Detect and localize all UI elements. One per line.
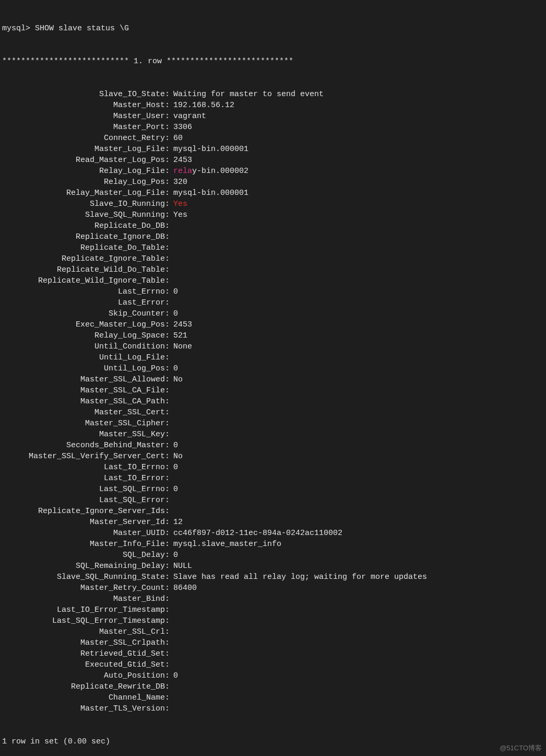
status-row: Master_SSL_CA_File: [2, 385, 544, 396]
field-separator: : [165, 440, 173, 451]
field-value: 60 [173, 133, 183, 144]
field-label: Last_IO_Error_Timestamp [2, 604, 165, 615]
field-label: Replicate_Do_DB [2, 220, 165, 231]
field-value: 2453 [173, 155, 192, 166]
field-separator: : [165, 231, 173, 242]
field-label: Channel_Name [2, 692, 165, 703]
field-label: Master_UUID [2, 528, 165, 539]
field-separator: : [165, 275, 173, 286]
field-label: Master_Host [2, 100, 165, 111]
field-separator: : [165, 659, 173, 670]
field-label: Replicate_Ignore_Server_Ids [2, 506, 165, 517]
field-value: Yes [173, 199, 187, 210]
status-row: Master_SSL_Allowed: No [2, 374, 544, 385]
row-header: *************************** 1. row *****… [2, 56, 544, 67]
field-separator: : [165, 111, 173, 122]
status-row: Replicate_Ignore_Table: [2, 253, 544, 264]
field-value: 3306 [173, 122, 192, 133]
field-separator: : [165, 264, 173, 275]
field-label: Last_IO_Error [2, 473, 165, 484]
field-value: No [173, 451, 183, 462]
status-row: Master_SSL_Crl: [2, 626, 544, 637]
field-separator: : [165, 122, 173, 133]
field-label: Master_SSL_Verify_Server_Cert [2, 451, 165, 462]
status-row: Last_SQL_Errno: 0 [2, 484, 544, 495]
result-footer: 1 row in set (0.00 sec) [2, 736, 544, 747]
field-label: Slave_SQL_Running [2, 210, 165, 220]
field-label: Connect_Retry [2, 133, 165, 144]
field-value: 320 [173, 177, 187, 188]
status-row: Relay_Master_Log_File: mysql-bin.000001 [2, 188, 544, 199]
status-row: Master_Host: 192.168.56.12 [2, 100, 544, 111]
field-value: 192.168.56.12 [173, 100, 234, 111]
field-label: Master_SSL_Crlpath [2, 637, 165, 648]
status-row: Read_Master_Log_Pos: 2453 [2, 155, 544, 166]
field-value: 0 [173, 670, 178, 681]
field-separator: : [165, 451, 173, 462]
field-value: None [173, 341, 192, 352]
field-separator: : [165, 506, 173, 517]
field-value: mysql.slave_master_info [173, 539, 281, 550]
field-separator: : [165, 396, 173, 407]
status-row: Retrieved_Gtid_Set: [2, 648, 544, 659]
field-label: Executed_Gtid_Set [2, 659, 165, 670]
field-label: Master_Server_Id [2, 517, 165, 528]
field-separator: : [165, 133, 173, 144]
field-separator: : [165, 484, 173, 495]
status-row: Seconds_Behind_Master: 0 [2, 440, 544, 451]
field-separator: : [165, 297, 173, 308]
field-label: Master_Retry_Count [2, 583, 165, 594]
field-separator: : [165, 319, 173, 330]
status-row: SQL_Delay: 0 [2, 550, 544, 561]
field-label: Master_SSL_Allowed [2, 374, 165, 385]
field-label: Replicate_Ignore_Table [2, 253, 165, 264]
field-label: Last_Errno [2, 286, 165, 297]
field-separator: : [165, 374, 173, 385]
field-separator: : [165, 539, 173, 550]
field-separator: : [165, 308, 173, 319]
field-label: Retrieved_Gtid_Set [2, 648, 165, 659]
field-separator: : [165, 604, 173, 615]
field-value: 0 [173, 440, 178, 451]
status-row: Master_Retry_Count: 86400 [2, 583, 544, 594]
field-label: Master_SSL_Key [2, 429, 165, 440]
status-row: Last_SQL_Error: [2, 495, 544, 506]
status-row: Channel_Name: [2, 692, 544, 703]
status-row: Skip_Counter: 0 [2, 308, 544, 319]
field-value: 86400 [173, 583, 197, 594]
field-value: 521 [173, 330, 187, 341]
field-separator: : [165, 177, 173, 188]
field-label: Master_Info_File [2, 539, 165, 550]
status-row: Slave_IO_Running: Yes [2, 199, 544, 210]
status-row: Exec_Master_Log_Pos: 2453 [2, 319, 544, 330]
status-row: Master_UUID: cc46f897-d012-11ec-894a-024… [2, 528, 544, 539]
field-label: Master_Log_File [2, 144, 165, 155]
field-label: SQL_Delay [2, 550, 165, 561]
status-row: Last_Errno: 0 [2, 286, 544, 297]
field-label: Read_Master_Log_Pos [2, 155, 165, 166]
status-row: Connect_Retry: 60 [2, 133, 544, 144]
field-separator: : [165, 89, 173, 100]
field-separator: : [165, 648, 173, 659]
field-separator: : [165, 418, 173, 429]
field-label: Relay_Master_Log_File [2, 188, 165, 199]
field-value: No [173, 374, 183, 385]
status-row: Master_SSL_Key: [2, 429, 544, 440]
status-row: Until_Log_Pos: 0 [2, 363, 544, 374]
field-separator: : [165, 495, 173, 506]
status-row: Last_IO_Error: [2, 473, 544, 484]
terminal-output[interactable]: mysql> SHOW slave status \G ************… [0, 0, 546, 756]
status-row: Last_SQL_Error_Timestamp: [2, 615, 544, 626]
status-row: Master_Bind: [2, 594, 544, 604]
field-label: Auto_Position [2, 670, 165, 681]
field-label: Slave_IO_State [2, 89, 165, 100]
field-label: Until_Log_File [2, 352, 165, 363]
field-separator: : [165, 594, 173, 604]
field-separator: : [165, 330, 173, 341]
field-separator: : [165, 550, 173, 561]
status-row: Relay_Log_File: relay-bin.000002 [2, 166, 544, 177]
field-label: Replicate_Ignore_DB [2, 231, 165, 242]
field-value: 0 [173, 308, 178, 319]
field-separator: : [165, 407, 173, 418]
field-separator: : [165, 363, 173, 374]
